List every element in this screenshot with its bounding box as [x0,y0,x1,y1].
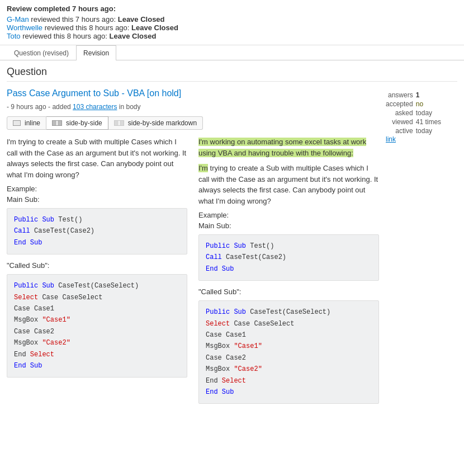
question-area: Pass Case Argument to Sub - VBA [on hold… [7,88,379,411]
asked-label: asked [386,109,416,117]
reviewer-3: Toto reviewed this 8 hours ago: Leave Cl… [7,32,457,40]
diff-right: I'm working on automating some excel tas… [198,136,379,411]
right-added-text: I'm working on automating some excel tas… [198,136,379,158]
active-label: active [386,126,416,135]
sidebyside-icon [52,120,62,126]
link-row: link [386,135,441,143]
stats-table: answers 1 accepted no asked today viewed… [386,91,441,143]
right-called-line-1: Public Sub CaseTest(CaseSelect) [206,307,372,318]
active-value: today [416,126,441,135]
right-intro: I'm trying to create a Sub with multiple… [198,163,379,206]
right-code-line-1: Public Sub Test() [206,241,372,252]
reviewer-1-link[interactable]: G-Man [7,15,29,23]
reviewer-1: G-Man reviewed this 7 hours ago: Leave C… [7,15,457,23]
right-called-line-6: MsgBox "Case2" [206,364,372,375]
left-called-sub-label: "Called Sub": [7,261,187,270]
right-called-line-7: End Select [206,375,372,387]
right-example-label: Example: [198,211,379,219]
view-tabs: inline side-by-side side-by-side markdow… [7,116,379,130]
answers-value: 1 [416,91,441,100]
accepted-value: no [416,100,441,109]
left-called-line-4: MsgBox "Case1" [14,314,180,326]
markdown-icon [114,120,124,126]
right-called-code-block: Public Sub CaseTest(CaseSelect) Select C… [198,300,379,404]
left-main-code-block: Public Sub Test() Call CaseTest(Case2) E… [7,208,187,255]
left-intro: I'm trying to create a Sub with multiple… [7,136,187,180]
right-called-sub-label: "Called Sub": [198,288,379,296]
left-example-label: Example: [7,185,187,193]
reviewer-3-link[interactable]: Toto [7,32,21,40]
left-called-line-5: Case Case2 [14,326,180,337]
answers-label: answers [386,91,416,100]
left-main-sub-label: Main Sub: [7,195,187,204]
viewed-row: viewed 41 times [386,117,441,126]
inline-icon [13,120,21,126]
accepted-label: accepted [386,100,416,109]
tab-revision[interactable]: Revision [76,45,116,60]
reviewer-2-link[interactable]: Worthwelle [7,23,42,32]
chars-link[interactable]: 103 characters [73,103,117,111]
answers-row: answers 1 [386,91,441,100]
right-code-line-3: End Sub [206,263,372,275]
reviewer-3-action: Leave Closed [110,32,157,40]
link-anchor[interactable]: link [386,135,396,143]
main-area: Pass Case Argument to Sub - VBA [on hold… [7,88,457,411]
right-called-line-5: Case Case2 [206,352,372,364]
right-main-code-block: Public Sub Test() Call CaseTest(Case2) E… [198,234,379,281]
section-heading: Question [7,66,457,82]
question-title[interactable]: Pass Case Argument to Sub - VBA [on hold… [7,88,379,98]
viewed-label: viewed [386,117,416,126]
tab-question-revised[interactable]: Question (revised) [7,45,76,60]
viewed-value: 41 times [416,117,441,126]
view-tab-markdown[interactable]: side-by-side markdown [108,116,203,130]
page-content: Question Pass Case Argument to Sub - VBA… [0,60,464,416]
right-added-highlight: I'm working on automating some excel tas… [198,138,366,157]
left-called-line-8: End Sub [14,360,180,371]
left-called-line-3: Case Case1 [14,303,180,314]
stats-panel: answers 1 accepted no asked today viewed… [379,88,457,411]
left-called-line-1: Public Sub CaseTest(CaseSelect) [14,280,180,291]
view-tab-sidebyside[interactable]: side-by-side [46,116,108,130]
revision-meta: - 9 hours ago - added 103 characters in … [7,103,379,111]
tabs-bar: Question (revised) Revision [0,45,464,60]
diff-container: I'm trying to create a Sub with multiple… [7,136,379,411]
right-im-marker: I'm [198,164,208,172]
asked-value: today [416,109,441,117]
diff-left: I'm trying to create a Sub with multiple… [7,136,187,411]
left-code-line-3: End Sub [14,237,180,248]
link-cell[interactable]: link [386,135,441,143]
reviewer-2: Worthwelle reviewed this 8 hours ago: Le… [7,23,457,32]
reviewer-2-action: Leave Closed [131,23,178,32]
left-called-line-7: End Select [14,349,180,360]
right-code-line-2: Call CaseTest(Case2) [206,252,372,263]
reviewer-1-action: Leave Closed [118,15,165,23]
asked-row: asked today [386,109,441,117]
left-called-line-6: MsgBox "Case2" [14,337,180,348]
left-called-line-2: Select Case CaseSelect [14,292,180,303]
left-code-line-2: Call CaseTest(Case2) [14,225,180,237]
left-code-line-1: Public Sub Test() [14,214,180,225]
right-called-line-8: End Sub [206,387,372,398]
right-main-sub-label: Main Sub: [198,221,379,230]
right-called-line-4: MsgBox "Case1" [206,341,372,352]
review-title: Review completed 7 hours ago: [7,4,457,13]
left-called-code-block: Public Sub CaseTest(CaseSelect) Select C… [7,274,187,378]
view-tab-inline[interactable]: inline [7,116,46,130]
top-bar: Review completed 7 hours ago: G-Man revi… [0,0,464,45]
right-called-line-3: Case Case1 [206,329,372,341]
active-row: active today [386,126,441,135]
right-called-line-2: Select Case CaseSelect [206,318,372,329]
accepted-row: accepted no [386,100,441,109]
